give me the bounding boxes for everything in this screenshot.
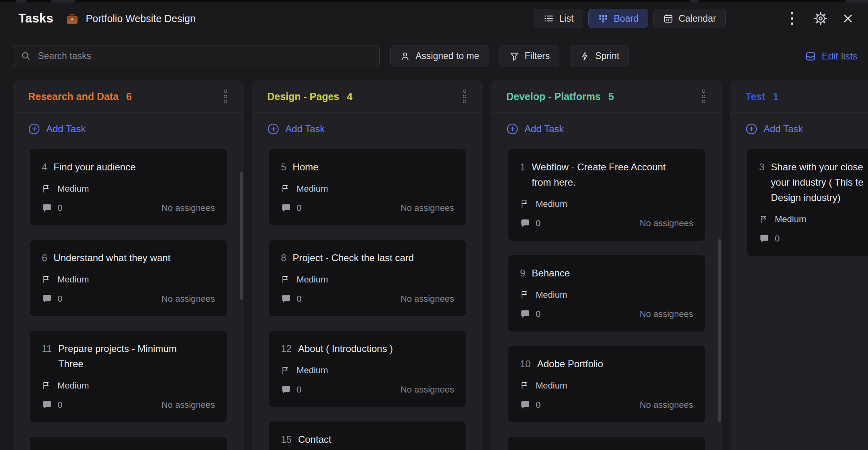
gear-icon[interactable] <box>813 11 828 26</box>
task-number: 9 <box>520 266 525 281</box>
task-assignees: No assignees <box>401 385 454 395</box>
task-card[interactable]: 12About ( Introductions )Medium0No assig… <box>269 331 466 407</box>
task-title-row: 8Project - Check the last card <box>281 250 454 266</box>
task-priority: Medium <box>281 274 454 286</box>
comment-icon <box>520 309 530 319</box>
task-number: 12 <box>281 341 292 356</box>
edit-lists-button[interactable]: Edit lists <box>805 51 858 62</box>
task-title-line: Understand what they want <box>53 250 170 266</box>
board-column: Test1Add Task3Share with your closeyour … <box>730 80 868 450</box>
task-card[interactable]: 1Webflow - Create Free Accountfrom here.… <box>508 149 705 241</box>
more-options-button[interactable] <box>789 12 795 25</box>
task-title-row: 15Contact <box>281 432 454 447</box>
task-card[interactable] <box>30 437 227 450</box>
task-comments: 0 <box>42 203 62 213</box>
task-title: Project - Check the last card <box>293 250 414 266</box>
comment-icon <box>281 203 291 213</box>
add-task-button[interactable]: Add Task <box>745 123 868 135</box>
task-assignees: No assignees <box>640 400 693 410</box>
close-icon[interactable] <box>842 13 854 24</box>
comment-icon <box>42 294 52 304</box>
list-view-label: List <box>559 13 573 24</box>
task-card[interactable]: 8Project - Check the last cardMedium0No … <box>269 240 466 316</box>
task-card[interactable] <box>508 437 705 450</box>
task-assignees: No assignees <box>640 218 693 229</box>
column-header: Design - Pages4 <box>252 80 483 113</box>
task-card[interactable]: 15ContactMedium0No assignees <box>269 421 466 450</box>
flag-icon <box>520 199 530 209</box>
flag-icon <box>42 184 51 194</box>
flag-icon <box>281 275 291 284</box>
calendar-view-button[interactable]: Calendar <box>653 9 726 28</box>
task-assignees: No assignees <box>162 294 215 304</box>
app-header: Tasks Portfolio Website Design List Boar… <box>0 2 868 35</box>
task-card[interactable]: 10Adobe PortfolioMedium0No assignees <box>508 346 705 422</box>
list-view-button[interactable]: List <box>534 9 583 28</box>
column-scrollbar[interactable] <box>240 172 243 300</box>
card-list: 1Webflow - Create Free Accountfrom here.… <box>491 149 722 450</box>
task-title-line: Find your audience <box>53 160 135 175</box>
task-card[interactable]: 3Share with your closeyour industry ( Th… <box>747 149 868 256</box>
task-card[interactable]: 4Find your audienceMedium0No assignees <box>30 149 227 225</box>
task-title-line: Prepare projects - Minimum <box>58 341 177 356</box>
edit-lists-label: Edit lists <box>822 51 858 62</box>
search-box[interactable] <box>13 45 380 67</box>
task-comments: 0 <box>42 294 62 304</box>
plus-circle-icon <box>745 123 757 135</box>
task-priority: Medium <box>42 183 215 195</box>
funnel-icon <box>509 51 520 61</box>
plus-circle-icon <box>506 123 518 135</box>
flag-icon <box>520 290 530 300</box>
comment-icon <box>42 203 52 213</box>
task-priority-label: Medium <box>57 380 89 391</box>
window-top-strip <box>0 0 868 2</box>
task-number: 4 <box>42 160 47 175</box>
briefcase-icon <box>66 12 79 25</box>
column-menu-button[interactable] <box>700 88 707 105</box>
column-menu-button[interactable] <box>222 88 229 105</box>
task-priority-label: Medium <box>57 274 89 285</box>
task-priority-label: Medium <box>297 274 328 285</box>
board-column: Design - Pages4Add Task5HomeMedium0No as… <box>252 80 483 450</box>
comment-icon <box>281 294 291 304</box>
sprint-button[interactable]: Sprint <box>570 45 629 67</box>
flag-icon <box>42 275 51 284</box>
task-title: About ( Introductions ) <box>298 341 393 356</box>
add-task-button[interactable]: Add Task <box>506 123 707 135</box>
board-view-button[interactable]: Board <box>588 9 648 28</box>
add-task-button[interactable]: Add Task <box>28 123 229 135</box>
task-comment-count: 0 <box>775 233 780 244</box>
task-card[interactable]: 6Understand what they wantMedium0No assi… <box>30 240 227 316</box>
task-card-footer: 0No assignees <box>42 293 215 305</box>
filters-button[interactable]: Filters <box>500 45 560 67</box>
column-scrollbar[interactable] <box>718 239 721 422</box>
assigned-to-me-button[interactable]: Assigned to me <box>390 45 489 67</box>
task-comments: 0 <box>281 294 301 304</box>
column-menu-button[interactable] <box>461 88 468 105</box>
task-comment-count: 0 <box>57 294 62 304</box>
task-card[interactable]: 11Prepare projects - MinimumThreeMedium0… <box>30 331 227 422</box>
task-priority: Medium <box>520 380 693 392</box>
task-priority-label: Medium <box>536 199 567 209</box>
comment-icon <box>281 385 291 395</box>
task-card-footer: 0No assignees <box>281 293 454 305</box>
search-input[interactable] <box>38 51 372 61</box>
task-title: Understand what they want <box>53 250 170 266</box>
card-list: 3Share with your closeyour industry ( Th… <box>730 149 868 256</box>
task-priority: Medium <box>281 364 454 376</box>
add-task-label: Add Task <box>764 123 803 135</box>
task-comment-count: 0 <box>536 400 540 410</box>
task-card[interactable]: 5HomeMedium0No assignees <box>269 149 466 225</box>
task-title: Behance <box>532 266 570 281</box>
task-number: 6 <box>42 250 47 266</box>
comment-icon <box>759 233 770 244</box>
add-task-button[interactable]: Add Task <box>267 123 468 135</box>
page-title: Tasks <box>18 11 53 26</box>
task-title-row: 10Adobe Portfolio <box>520 356 693 372</box>
task-priority-label: Medium <box>536 380 567 391</box>
task-card[interactable]: 9BehanceMedium0No assignees <box>508 255 705 331</box>
task-title-line: from here. <box>532 175 665 190</box>
column-title: Design - Pages4 <box>267 91 352 102</box>
task-assignees: No assignees <box>401 203 454 213</box>
task-priority: Medium <box>759 213 868 225</box>
